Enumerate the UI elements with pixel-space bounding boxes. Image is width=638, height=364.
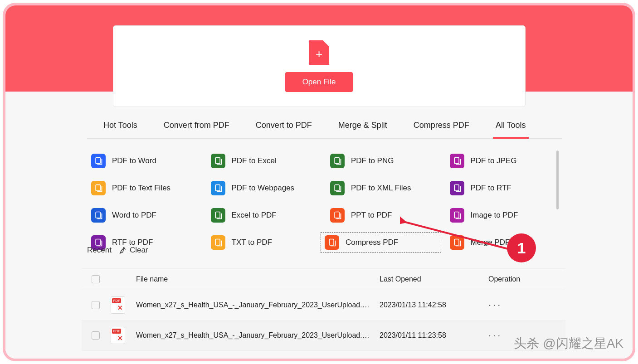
clear-label: Clear [130,246,148,255]
tool-compress-pdf[interactable]: Compress PDF [321,232,441,253]
svg-rect-0 [96,158,100,164]
tool-icon [91,208,106,223]
pdf-file-icon [111,327,125,344]
file-name: Women_x27_s_Health_USA_-_January_Februar… [136,301,380,309]
tool-label: PDF to Webpages [232,184,295,193]
row-checkbox[interactable] [92,331,100,340]
tool-icon [450,154,464,168]
tool-excel-to-pdf[interactable]: Excel to PDF [209,205,322,226]
tool-label: PDF to Word [112,156,156,165]
tool-icon [211,154,225,168]
tools-scrollbar[interactable] [556,150,559,209]
tool-image-to-pdf[interactable]: Image to PDF [448,205,561,226]
tool-label: PDF to Text Files [112,184,170,193]
tool-pdf-to-png[interactable]: PDF to PNG [328,150,441,171]
app-window: + Open File Hot ToolsConvert from PDFCon… [3,3,635,361]
tool-pdf-to-rtf[interactable]: PDF to RTF [448,178,561,199]
tab-from[interactable]: Convert from PDF [164,114,229,138]
recent-files-table: File name Last Opened Operation Women_x2… [82,268,565,351]
recent-label: Recent [87,246,112,255]
tool-label: Word to PDF [112,211,156,220]
svg-rect-15 [454,239,459,245]
tool-label: TXT to PDF [232,238,272,247]
clear-recent-button[interactable]: Clear [118,246,148,255]
svg-rect-7 [454,185,459,191]
col-filename: File name [136,275,380,283]
tool-label: PDF to XML Files [351,184,411,193]
add-file-icon: + [309,40,329,65]
broom-icon [118,246,127,255]
tool-icon [450,235,464,250]
tool-ppt-to-pdf[interactable]: PPT to PDF [328,205,441,226]
last-opened: 2023/01/13 11:42:58 [380,301,488,309]
svg-rect-2 [335,158,339,164]
svg-rect-8 [96,212,100,218]
col-last-opened: Last Opened [380,275,488,283]
tool-icon [330,181,345,195]
table-header: File name Last Opened Operation [82,268,565,290]
open-file-button[interactable]: Open File [285,72,353,92]
step-badge-1: 1 [507,233,536,262]
row-operations-button[interactable]: ··· [488,330,561,341]
tool-pdf-to-excel[interactable]: PDF to Excel [209,150,322,171]
col-operation: Operation [488,275,561,283]
tab-merge[interactable]: Merge & Split [338,114,387,138]
tool-label: PPT to PDF [351,211,392,220]
tool-label: PDF to PNG [351,156,394,165]
svg-rect-14 [329,239,334,245]
svg-rect-4 [96,185,100,191]
file-name: Women_x27_s_Health_USA_-_January_Februar… [136,331,380,340]
svg-rect-6 [335,185,339,191]
tab-all[interactable]: All Tools [496,114,526,138]
tool-label: Merge PDF [471,238,510,247]
tool-pdf-to-text-files[interactable]: PDF to Text Files [89,178,202,199]
tool-txt-to-pdf[interactable]: TXT to PDF [209,232,322,253]
row-operations-button[interactable]: ··· [488,299,561,311]
tab-hot[interactable]: Hot Tools [103,114,137,138]
tool-icon [211,208,225,223]
tool-label: PDF to Excel [232,156,277,165]
svg-rect-12 [96,239,100,245]
tab-comp[interactable]: Compress PDF [414,114,469,138]
category-tabs: Hot ToolsConvert from PDFConvert to PDFM… [87,114,562,139]
tool-label: Excel to PDF [232,211,277,220]
svg-rect-9 [215,212,220,218]
tool-icon [325,235,339,250]
select-all-checkbox[interactable] [92,275,100,283]
tool-merge-pdf[interactable]: Merge PDF [448,232,561,253]
tool-icon [330,154,345,168]
svg-rect-10 [335,212,339,218]
tools-grid: PDF to WordPDF to ExcelPDF to PNGPDF to … [87,150,562,253]
tool-pdf-to-word[interactable]: PDF to Word [89,150,202,171]
last-opened: 2023/01/11 11:23:58 [380,331,488,340]
tool-pdf-to-jpeg[interactable]: PDF to JPEG [448,150,561,171]
svg-rect-1 [215,158,220,164]
svg-rect-13 [215,239,220,245]
row-checkbox[interactable] [92,301,100,309]
tool-icon [330,208,345,223]
tool-pdf-to-webpages[interactable]: PDF to Webpages [209,178,322,199]
tool-icon [211,181,225,195]
tool-label: Compress PDF [346,238,398,247]
tool-icon [450,208,464,223]
svg-rect-11 [454,212,459,218]
tool-word-to-pdf[interactable]: Word to PDF [89,205,202,226]
tab-to[interactable]: Convert to PDF [256,114,312,138]
tool-pdf-to-xml-files[interactable]: PDF to XML Files [328,178,441,199]
tool-label: Image to PDF [471,211,518,220]
recent-header: Recent Clear [87,246,148,255]
tool-icon [91,154,106,168]
tool-label: PDF to JPEG [471,156,517,165]
table-row[interactable]: Women_x27_s_Health_USA_-_January_Februar… [82,320,565,351]
svg-rect-3 [454,158,459,164]
tool-icon [91,181,106,195]
pdf-file-icon [111,296,125,314]
table-row[interactable]: Women_x27_s_Health_USA_-_January_Februar… [82,290,565,320]
tool-label: PDF to RTF [471,184,511,193]
svg-rect-5 [215,185,220,191]
tool-icon [450,181,464,195]
tool-icon [211,235,225,250]
open-file-card[interactable]: + Open File [113,25,526,107]
